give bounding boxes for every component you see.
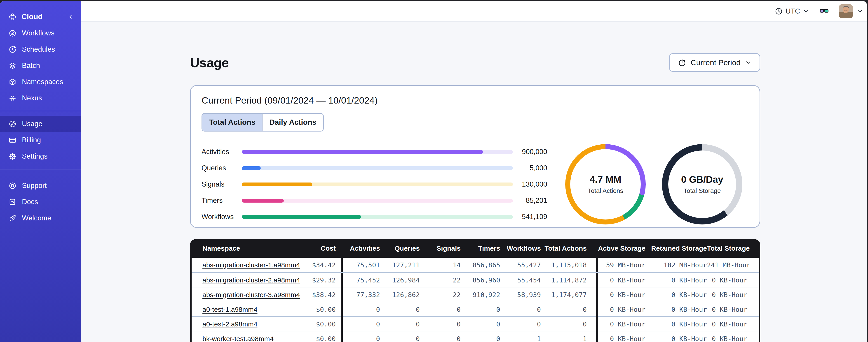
timers-cell: 0 xyxy=(461,335,500,342)
col-header-queries: Queries xyxy=(380,244,420,252)
sidebar-item-billing[interactable]: Billing xyxy=(0,132,81,148)
page-title: Usage xyxy=(190,55,229,70)
welcome-rocket-icon xyxy=(8,214,17,222)
workflows-cell: 1 xyxy=(500,335,541,342)
sidebar-item-label: Docs xyxy=(22,198,38,206)
bar-label: Signals xyxy=(202,180,242,189)
col-header-cost: Cost xyxy=(298,244,341,252)
signals-cell: 14 xyxy=(420,261,461,269)
period-selector-label: Current Period xyxy=(691,58,741,67)
queries-cell: 0 xyxy=(380,306,420,313)
workflows-cell: 0 xyxy=(500,306,541,313)
billing-card-icon xyxy=(8,136,17,144)
chevron-down-icon xyxy=(745,59,752,66)
usage-gauge-icon xyxy=(8,120,17,128)
column-group-divider xyxy=(341,332,343,342)
sidebar-item-label: Billing xyxy=(22,136,41,144)
sidebar-item-namespaces[interactable]: Namespaces xyxy=(0,74,81,90)
sidebar-item-label: Support xyxy=(22,181,47,190)
total-storage-cell: 0 KB-Hour xyxy=(707,306,758,313)
namespace-link[interactable]: a0-test-2.a98mm4 xyxy=(203,320,257,328)
table-row: a0-test-1.a98mm4 $0.00 0 0 0 0 0 0 0 KB-… xyxy=(192,302,758,316)
bar-track xyxy=(242,199,513,203)
main-area: UTC xyxy=(81,1,867,342)
card-title: Current Period (09/01/2024 — 10/01/2024) xyxy=(202,95,749,106)
table-header-row: Namespace Cost Activities Queries Signal… xyxy=(192,239,758,258)
signals-cell: 22 xyxy=(420,291,461,299)
sidebar-item-usage[interactable]: Usage xyxy=(0,116,81,132)
activities-cell: 0 xyxy=(343,320,380,328)
stopwatch-icon xyxy=(678,58,687,67)
cost-cell: $34.42 xyxy=(298,261,341,269)
reader-glasses-icon[interactable] xyxy=(819,6,829,16)
retained-storage-cell: 0 KB-Hour xyxy=(646,320,707,328)
activities-cell: 75,452 xyxy=(343,276,380,284)
settings-gear-icon xyxy=(8,152,17,161)
active-storage-cell: 0 KB-Hour xyxy=(598,276,646,284)
bar-row-queries: Queries 5,000 xyxy=(202,160,547,176)
active-storage-cell: 0 KB-Hour xyxy=(598,306,646,313)
timezone-label: UTC xyxy=(785,7,800,15)
cost-cell: $29.32 xyxy=(298,276,341,284)
active-storage-cell: 0 KB-Hour xyxy=(598,320,646,328)
col-header-namespace: Namespace xyxy=(192,244,298,252)
namespace-link[interactable]: abs-migration-cluster-3.a98mm4 xyxy=(203,291,300,299)
bar-value: 85,201 xyxy=(513,197,547,205)
topbar: UTC xyxy=(81,1,867,22)
sidebar-divider xyxy=(0,111,81,111)
sidebar-item-welcome[interactable]: Welcome xyxy=(0,210,81,226)
table-body: abs-migration-cluster-1.a98mm4 $34.42 75… xyxy=(192,258,758,342)
column-group-divider xyxy=(596,241,598,256)
namespace-link[interactable]: abs-migration-cluster-1.a98mm4 xyxy=(203,261,300,269)
table-row: bk-worker-test.a98mm4 $0.00 0 0 0 0 1 1 … xyxy=(192,331,758,342)
table-row: abs-migration-cluster-3.a98mm4 $38.42 77… xyxy=(192,287,758,302)
sidebar-item-support[interactable]: Support xyxy=(0,177,81,194)
account-menu[interactable] xyxy=(839,4,863,18)
period-selector-button[interactable]: Current Period xyxy=(669,53,760,72)
bar-fill xyxy=(242,166,261,170)
queries-cell: 0 xyxy=(380,335,420,342)
timers-cell: 0 xyxy=(461,320,500,328)
sidebar-item-nexus[interactable]: Nexus xyxy=(0,90,81,106)
queries-cell: 126,862 xyxy=(380,291,420,299)
sidebar-item-schedules[interactable]: Schedules xyxy=(0,41,81,58)
column-group-divider xyxy=(341,302,343,317)
signals-cell: 0 xyxy=(420,335,461,342)
sidebar-item-label: Nexus xyxy=(22,94,42,102)
retained-storage-cell: 0 KB-Hour xyxy=(646,306,707,313)
sidebar-item-label: Usage xyxy=(22,120,42,128)
column-group-divider xyxy=(341,241,343,256)
sidebar-item-docs[interactable]: Docs xyxy=(0,194,81,210)
workflows-cell: 55,427 xyxy=(500,261,541,269)
col-header-signals: Signals xyxy=(420,244,461,252)
namespace-link[interactable]: abs-migration-cluster-2.a98mm4 xyxy=(203,276,300,284)
col-header-retained-storage: Retained Storage xyxy=(646,244,707,252)
sidebar-item-batch[interactable]: Batch xyxy=(0,58,81,74)
donut-center-label: Total Storage xyxy=(684,187,721,195)
bar-label: Timers xyxy=(202,197,242,205)
col-header-timers: Timers xyxy=(461,244,500,252)
batch-icon xyxy=(8,62,17,70)
sidebar-brand[interactable]: Cloud xyxy=(0,8,81,25)
table-row: abs-migration-cluster-2.a98mm4 $29.32 75… xyxy=(192,272,758,287)
app-window: Cloud Workflows Schedules xyxy=(0,1,867,342)
timers-cell: 856,865 xyxy=(461,261,500,269)
namespace-link[interactable]: bk-worker-test.a98mm4 xyxy=(203,335,274,342)
sidebar-item-label: Workflows xyxy=(22,29,55,37)
sidebar-item-workflows[interactable]: Workflows xyxy=(0,25,81,41)
timezone-selector[interactable]: UTC xyxy=(775,7,809,15)
total-actions-cell: 0 xyxy=(541,306,596,313)
workflows-cell: 58,939 xyxy=(500,291,541,299)
total-actions-cell: 1,174,077 xyxy=(541,291,596,299)
tab-daily-actions[interactable]: Daily Actions xyxy=(262,114,323,131)
sidebar-item-settings[interactable]: Settings xyxy=(0,148,81,165)
tab-total-actions[interactable]: Total Actions xyxy=(202,114,262,131)
column-group-divider xyxy=(341,287,343,302)
clock-icon xyxy=(775,7,783,15)
sidebar-item-label: Schedules xyxy=(22,45,55,54)
bar-fill xyxy=(242,182,312,186)
namespace-link[interactable]: a0-test-1.a98mm4 xyxy=(203,306,257,313)
sidebar-collapse-icon[interactable] xyxy=(67,13,74,20)
docs-book-icon xyxy=(8,198,17,206)
cost-cell: $0.00 xyxy=(298,306,341,313)
